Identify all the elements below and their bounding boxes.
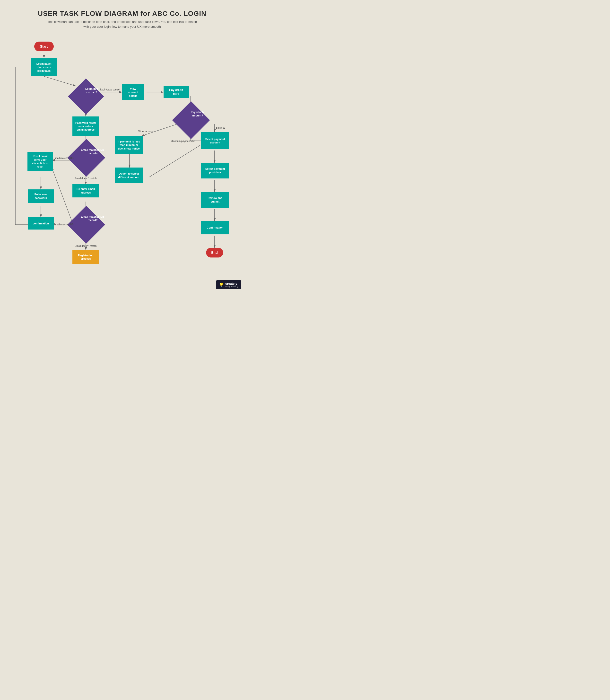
view-account-node: View account details bbox=[122, 84, 144, 100]
other-amount-label: Other amount bbox=[138, 130, 154, 133]
registration-node: Registration process bbox=[73, 250, 99, 264]
confirmation-left-node: confirmation bbox=[28, 217, 54, 229]
minimum-payment-label: Minimum payment due bbox=[171, 140, 195, 142]
email-matches-label2: Email matches DB bbox=[54, 223, 74, 226]
select-payment-post-node: Select payment post date bbox=[201, 163, 229, 178]
svg-line-8 bbox=[149, 141, 207, 177]
login-correct-diamond: Login info correct? bbox=[73, 84, 99, 109]
email-matches-label1: Email matches DB bbox=[54, 157, 74, 159]
pay-credit-card-node: Pay credit card bbox=[163, 86, 189, 98]
creately-text: creately Diagramming bbox=[225, 282, 238, 288]
svg-line-2 bbox=[44, 76, 76, 86]
option-different-node: Option to select different amount bbox=[115, 168, 143, 183]
bulb-icon: 💡 bbox=[219, 283, 224, 287]
confirmation-right-node: Confirmation bbox=[201, 221, 229, 234]
balance-label: Balance bbox=[216, 126, 226, 129]
svg-line-27 bbox=[52, 168, 74, 226]
email-no-match-label1: Email doesn't match bbox=[75, 177, 97, 180]
password-reset-node: Password reset: user enters email addres… bbox=[73, 116, 99, 136]
re-enter-email-node: Re enter email address bbox=[73, 184, 99, 197]
email-matches-db2-diamond: Email matches DB record? bbox=[73, 211, 100, 238]
creately-brand: creately bbox=[225, 282, 237, 285]
page-title: USER TASK FLOW DIAGRAM for ABC Co. LOGIN bbox=[17, 10, 227, 17]
login-correct-label: Login/pass correct bbox=[100, 88, 120, 91]
reset-email-sent-node: Reset email sent: user clicks link to re… bbox=[28, 152, 53, 171]
flowchart: Start Login page: User enters login/pass… bbox=[3, 31, 241, 289]
page-subtitle: This flowchart can use to describe both … bbox=[17, 19, 227, 29]
creately-badge: 💡 creately Diagramming bbox=[216, 280, 241, 289]
page-container: USER TASK FLOW DIAGRAM for ABC Co. LOGIN… bbox=[0, 0, 244, 294]
if-payment-less-node: If payment is less than minimum due, sho… bbox=[115, 136, 143, 154]
review-submit-node: Review and submit bbox=[201, 192, 229, 208]
email-no-match-label2: Email doesn't match bbox=[75, 244, 97, 247]
select-payment-account-node: Select payment account bbox=[201, 132, 229, 149]
email-matches-db1-diamond: Email matches DB records bbox=[73, 144, 100, 171]
end-node: End bbox=[206, 248, 223, 257]
title-section: USER TASK FLOW DIAGRAM for ABC Co. LOGIN… bbox=[2, 5, 242, 31]
creately-sub: Diagramming bbox=[225, 285, 238, 288]
enter-new-password-node: Enter new password bbox=[28, 189, 54, 203]
start-node: Start bbox=[34, 42, 54, 51]
login-page-node: Login page: User enters login/pass bbox=[31, 58, 57, 76]
pay-which-amount-diamond: Pay which amount? bbox=[178, 107, 204, 133]
